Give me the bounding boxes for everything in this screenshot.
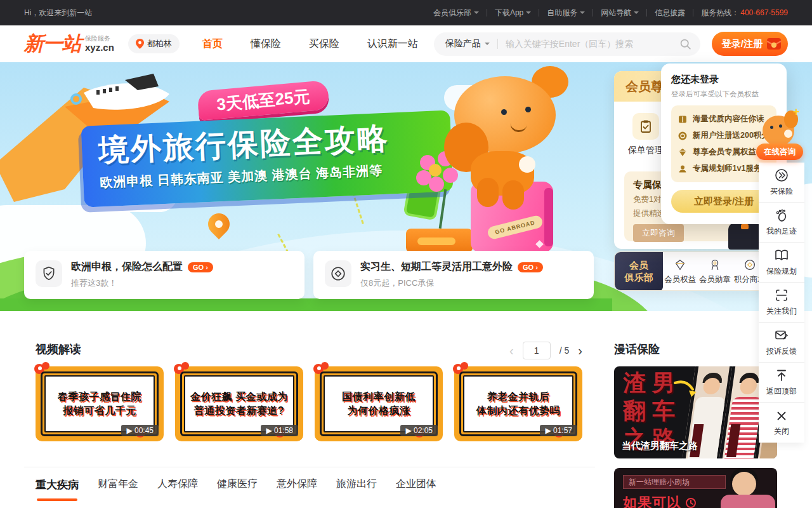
policy-management-label: 保单管理 — [627, 145, 665, 156]
mascot-eye — [501, 109, 507, 115]
nav-about[interactable]: 认识新一站 — [367, 37, 418, 51]
tab-accident[interactable]: 意外保障 — [277, 478, 317, 501]
tab-health-medical[interactable]: 健康医疗 — [217, 478, 258, 501]
divider — [593, 9, 593, 17]
topbar-link-download-app[interactable]: 下载App — [495, 8, 531, 18]
coin-icon — [678, 131, 688, 141]
float-insurance-planning[interactable]: 保险规划 — [759, 243, 804, 283]
greeting: Hi，欢迎来到新一站 — [24, 8, 92, 18]
header: 新一站 保险服务 xyz.cn 都柏林 首页 懂保险 买保险 认识新一站 保险产… — [0, 25, 812, 62]
map-pin-icon — [204, 209, 234, 239]
float-complaint-feedback[interactable]: 投诉反馈 — [759, 323, 804, 363]
video-card[interactable]: 金价狂飙 买金或成为 普通投资者新赛道? ▶ 01:58 — [175, 366, 303, 441]
video-duration: ▶ 00:45 — [121, 425, 159, 436]
next-page-button[interactable]: › — [578, 344, 582, 357]
service-hotline: 服务热线：400-667-5599 — [701, 8, 788, 18]
chevron-down-icon — [526, 11, 531, 17]
arrow-decoration — [672, 379, 699, 399]
diamond-icon — [678, 147, 688, 157]
divider — [646, 9, 647, 17]
topbar: Hi，欢迎来到新一站 会员俱乐部 下载App 自助服务 网站导航 信息披露 服务… — [0, 0, 812, 25]
search-icon[interactable] — [679, 38, 691, 50]
category-tabs: 重大疾病 财富年金 人寿保障 健康医疗 意外保障 旅游出行 企业团体 — [24, 467, 595, 501]
tab-travel[interactable]: 旅游出行 — [336, 478, 377, 501]
go-button[interactable]: GO › — [188, 262, 213, 272]
diamond-circle-icon — [330, 265, 346, 282]
benefit-item: 专属规划师1v1服务 — [678, 163, 770, 174]
chevron-down-icon — [634, 11, 639, 17]
location-pin-icon — [136, 39, 144, 49]
policy-management[interactable]: 保单管理 — [627, 113, 665, 156]
buy-insurance-icon — [774, 168, 789, 183]
tab-life[interactable]: 人寿保障 — [157, 478, 198, 501]
video-duration: ▶ 01:58 — [261, 425, 298, 436]
hero-price-badge: 3天低至25元 — [197, 80, 329, 121]
video-card[interactable]: 国债利率创新低 为何价格疯涨 ▶ 02:05 — [315, 366, 443, 441]
video-card[interactable]: 春季孩子感冒住院 报销可省几千元 ▶ 00:45 — [36, 366, 164, 441]
pagination: ‹ / 5 › — [509, 342, 582, 359]
club-item-medals[interactable]: 会员勋章 — [699, 258, 731, 285]
scan-qr-icon — [774, 288, 789, 303]
tab-critical-illness[interactable]: 重大疾病 — [36, 478, 79, 501]
clock-icon — [685, 497, 697, 508]
suitcase-edge-decoration — [544, 188, 553, 246]
flower-decoration — [443, 168, 458, 183]
hero-title-ribbon: 境外旅行保险全攻略 欧洲申根 日韩东南亚 美加澳 港澳台 海岛非洲等 — [81, 110, 453, 207]
clipboard-icon — [638, 119, 653, 134]
promo-desc: 仅8元起，PICC承保 — [360, 277, 543, 289]
page: Hi，欢迎来到新一站 会员俱乐部 下载App 自助服务 网站导航 信息披露 服务… — [0, 0, 812, 508]
club-item-benefits[interactable]: 会员权益 — [664, 258, 696, 285]
video-card[interactable]: 养老金并轨后 体制内还有优势吗 ▶ 01:57 — [454, 366, 582, 441]
topbar-link-self-service[interactable]: 自助服务 — [547, 8, 585, 18]
location-selector[interactable]: 都柏林 — [128, 34, 180, 53]
promo-card-schengen[interactable]: 欧洲申根，保险怎么配置 GO › 推荐这3款！ — [24, 251, 304, 299]
benefit-item: 海量优质内容任你读 — [678, 114, 770, 124]
nav-home[interactable]: 首页 — [202, 37, 223, 51]
topbar-link-member-club[interactable]: 会员俱乐部 — [433, 8, 479, 18]
online-consult-button[interactable]: 在线咨询 — [756, 144, 803, 160]
float-close[interactable]: 关闭 — [759, 403, 804, 443]
float-my-footprints[interactable]: 我的足迹 — [759, 203, 804, 243]
topbar-links: 会员俱乐部 下载App 自助服务 网站导航 信息披露 服务热线：400-667-… — [433, 8, 788, 18]
tab-wealth-annuity[interactable]: 财富年金 — [98, 478, 138, 501]
comic-card-1[interactable]: 渣男 翻车 之路 当代渣男翻车之路 — [614, 366, 777, 458]
nav-learn-insurance[interactable]: 懂保险 — [251, 37, 281, 51]
topbar-link-disclosure[interactable]: 信息披露 — [655, 8, 685, 18]
promo-title: 欧洲申根，保险怎么配置 — [71, 260, 183, 274]
divider — [487, 9, 487, 17]
logo-domain: xyz.cn — [85, 42, 114, 53]
search-category-dropdown[interactable]: 保险产品 — [445, 38, 490, 50]
nav-buy-insurance[interactable]: 买保险 — [309, 37, 339, 51]
tab-enterprise-group[interactable]: 企业团体 — [396, 478, 436, 501]
back-to-top-icon — [774, 368, 789, 383]
close-icon — [775, 409, 789, 423]
main-nav: 首页 懂保险 买保险 认识新一站 — [202, 37, 418, 51]
comic-card-2[interactable]: 新一站理赔小剧场 如果可以 — [614, 468, 777, 508]
open-book-icon — [774, 248, 789, 263]
member-club-strip: 会员 俱乐部 会员权益 会员勋章 积分商城 — [614, 251, 768, 291]
footprint-icon — [774, 208, 789, 223]
site-logo[interactable]: 新一站 保险服务 xyz.cn — [24, 30, 114, 57]
prev-page-button[interactable]: ‹ — [509, 344, 514, 357]
location-label: 都柏林 — [147, 38, 172, 50]
chevron-down-icon — [474, 11, 479, 17]
topbar-link-sitemap[interactable]: 网站导航 — [601, 8, 639, 18]
promo-card-flexible-work[interactable]: 实习生、短期工等灵活用工意外险 GO › 仅8元起，PICC承保 — [313, 251, 594, 299]
float-buy-insurance[interactable]: 买保险 — [759, 163, 804, 203]
divider — [497, 39, 498, 49]
login-register-button[interactable]: 登录/注册 — [712, 32, 788, 56]
shield-check-icon — [41, 265, 57, 282]
divider — [693, 9, 693, 17]
consult-now-button[interactable]: 立即咨询 — [633, 224, 684, 242]
promo-title: 实习生、短期工等灵活用工意外险 — [360, 260, 513, 274]
page-number-input[interactable] — [523, 342, 551, 359]
medal-icon — [708, 258, 722, 272]
search-input[interactable] — [506, 39, 679, 49]
mascot-hand — [519, 156, 535, 173]
float-follow-us[interactable]: 关注我们 — [759, 283, 804, 323]
video-duration: ▶ 01:57 — [540, 425, 577, 436]
benefit-item: 新用户注册送200积分 — [678, 130, 770, 141]
comic-card2-title: 如果可以 — [623, 493, 681, 508]
float-back-to-top[interactable]: 返回顶部 — [759, 363, 804, 403]
go-button[interactable]: GO › — [518, 262, 543, 272]
